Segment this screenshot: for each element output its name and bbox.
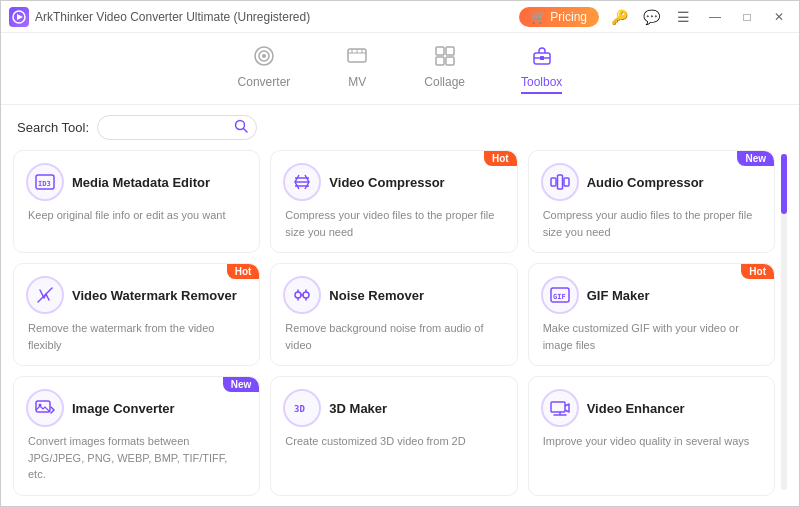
tool-badge-video-watermark-remover: Hot [227, 264, 260, 279]
tool-icon-gif-maker: GIF [541, 276, 579, 314]
cart-icon: 🛒 [531, 10, 546, 24]
nav-item-toolbox[interactable]: Toolbox [513, 41, 570, 98]
toolbox-icon [531, 45, 553, 72]
tool-card-video-compressor[interactable]: Hot Video Compressor Compress your video… [270, 150, 517, 253]
tool-card-video-watermark-remover[interactable]: Hot Video Watermark Remover Remove the w… [13, 263, 260, 366]
tool-name-video-watermark-remover: Video Watermark Remover [72, 288, 237, 303]
scrollbar-thumb[interactable] [781, 154, 787, 214]
tool-badge-video-compressor: Hot [484, 151, 517, 166]
svg-rect-7 [446, 47, 454, 55]
tool-card-video-enhancer[interactable]: Video Enhancer Improve your video qualit… [528, 376, 775, 496]
mv-label: MV [348, 75, 366, 89]
tool-desc-video-enhancer: Improve your video quality in several wa… [541, 433, 762, 450]
svg-marker-1 [17, 14, 23, 20]
tool-name-3d-maker: 3D Maker [329, 401, 387, 416]
content-area: ID3 Media Metadata Editor Keep original … [1, 150, 799, 506]
svg-text:ID3: ID3 [38, 180, 51, 188]
tool-desc-media-metadata-editor: Keep original file info or edit as you w… [26, 207, 247, 224]
scrollbar-track[interactable] [781, 154, 787, 490]
tool-name-gif-maker: GIF Maker [587, 288, 650, 303]
title-left: ArkThinker Video Converter Ultimate (Unr… [9, 7, 310, 27]
minimize-button[interactable]: — [703, 5, 727, 29]
collage-icon [434, 45, 456, 72]
app-icon [9, 7, 29, 27]
tool-desc-noise-remover: Remove background noise from audio of vi… [283, 320, 504, 353]
tool-desc-audio-compressor: Compress your audio files to the proper … [541, 207, 762, 240]
tool-header-video-enhancer: Video Enhancer [541, 389, 762, 427]
search-label: Search Tool: [17, 120, 89, 135]
svg-rect-12 [540, 56, 544, 60]
tool-desc-video-watermark-remover: Remove the watermark from the video flex… [26, 320, 247, 353]
svg-text:3D: 3D [294, 404, 305, 414]
message-button[interactable]: 💬 [639, 5, 663, 29]
tool-name-video-enhancer: Video Enhancer [587, 401, 685, 416]
tool-header-gif-maker: GIF GIF Maker [541, 276, 762, 314]
collage-label: Collage [424, 75, 465, 89]
tool-card-video-merger[interactable]: Video Merger Merge multiple clips into a… [270, 506, 517, 507]
tool-card-gif-maker[interactable]: Hot GIF GIF Maker Make customized GIF wi… [528, 263, 775, 366]
tool-card-image-converter[interactable]: New Image Converter Convert images forma… [13, 376, 260, 496]
tool-card-video-trimmer[interactable]: Video Trimmer Trim or cut your videos to… [13, 506, 260, 507]
svg-text:GIF: GIF [553, 293, 566, 301]
converter-label: Converter [238, 75, 291, 89]
toolbox-underline [521, 92, 562, 94]
search-icon [234, 119, 248, 136]
tool-icon-media-metadata-editor: ID3 [26, 163, 64, 201]
converter-icon [253, 45, 275, 72]
nav-item-mv[interactable]: MV [338, 41, 376, 98]
tool-name-media-metadata-editor: Media Metadata Editor [72, 175, 210, 190]
tool-header-image-converter: Image Converter [26, 389, 247, 427]
tool-card-audio-compressor[interactable]: New Audio Compressor Compress your audio… [528, 150, 775, 253]
svg-line-14 [244, 129, 248, 133]
tool-icon-video-compressor [283, 163, 321, 201]
svg-point-24 [303, 292, 309, 298]
menu-button[interactable]: ☰ [671, 5, 695, 29]
tool-card-media-metadata-editor[interactable]: ID3 Media Metadata Editor Keep original … [13, 150, 260, 253]
svg-rect-21 [557, 175, 562, 189]
nav-bar: Converter MV Collage [1, 33, 799, 105]
key-button[interactable]: 🔑 [607, 5, 631, 29]
tool-desc-gif-maker: Make customized GIF with your video or i… [541, 320, 762, 353]
close-button[interactable]: ✕ [767, 5, 791, 29]
nav-item-collage[interactable]: Collage [416, 41, 473, 98]
tool-icon-video-enhancer [541, 389, 579, 427]
svg-rect-30 [551, 402, 565, 412]
tool-icon-3d-maker: 3D [283, 389, 321, 427]
svg-rect-6 [436, 47, 444, 55]
svg-point-23 [295, 292, 301, 298]
tool-header-video-compressor: Video Compressor [283, 163, 504, 201]
tool-desc-video-compressor: Compress your video files to the proper … [283, 207, 504, 240]
tool-desc-image-converter: Convert images formats between JPG/JPEG,… [26, 433, 247, 483]
tool-name-noise-remover: Noise Remover [329, 288, 424, 303]
tool-card-video-cropper[interactable]: Video Cropper Crop the redundant video f… [528, 506, 775, 507]
nav-item-converter[interactable]: Converter [230, 41, 299, 98]
svg-point-4 [262, 54, 266, 58]
maximize-button[interactable]: □ [735, 5, 759, 29]
tool-name-video-compressor: Video Compressor [329, 175, 444, 190]
tool-card-3d-maker[interactable]: 3D 3D Maker Create customized 3D video f… [270, 376, 517, 496]
tool-header-video-watermark-remover: Video Watermark Remover [26, 276, 247, 314]
tool-header-3d-maker: 3D 3D Maker [283, 389, 504, 427]
search-input-wrap[interactable] [97, 115, 257, 140]
pricing-button[interactable]: 🛒 Pricing [519, 7, 599, 27]
svg-rect-8 [436, 57, 444, 65]
search-input[interactable] [108, 121, 228, 135]
tool-header-audio-compressor: Audio Compressor [541, 163, 762, 201]
tool-icon-audio-compressor [541, 163, 579, 201]
svg-rect-20 [551, 178, 556, 186]
tool-name-image-converter: Image Converter [72, 401, 175, 416]
tool-badge-gif-maker: Hot [741, 264, 774, 279]
tool-badge-audio-compressor: New [737, 151, 774, 166]
tool-icon-image-converter [26, 389, 64, 427]
tool-icon-noise-remover [283, 276, 321, 314]
tool-card-noise-remover[interactable]: Noise Remover Remove background noise fr… [270, 263, 517, 366]
tool-header-noise-remover: Noise Remover [283, 276, 504, 314]
tools-grid: ID3 Media Metadata Editor Keep original … [13, 150, 781, 494]
app-title: ArkThinker Video Converter Ultimate (Unr… [35, 10, 310, 24]
tool-name-audio-compressor: Audio Compressor [587, 175, 704, 190]
tool-header-media-metadata-editor: ID3 Media Metadata Editor [26, 163, 247, 201]
tool-desc-3d-maker: Create customized 3D video from 2D [283, 433, 504, 450]
search-bar: Search Tool: [1, 105, 799, 150]
mv-icon [346, 45, 368, 72]
svg-rect-22 [564, 178, 569, 186]
